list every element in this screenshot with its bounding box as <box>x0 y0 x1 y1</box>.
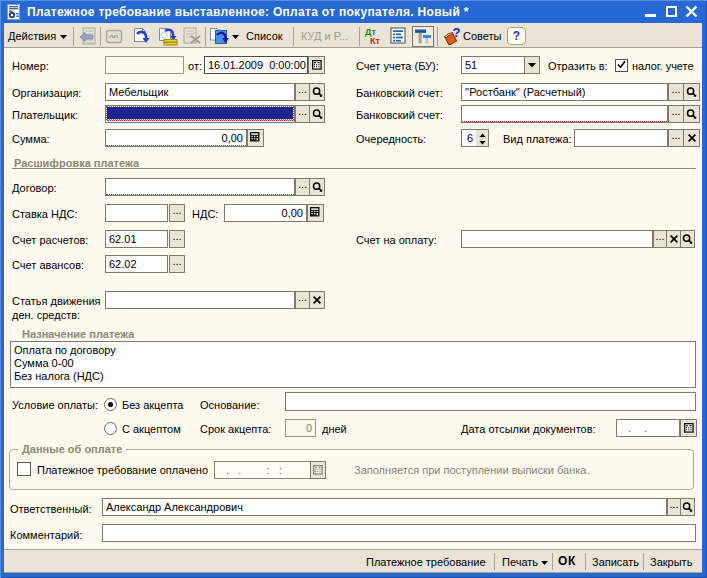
svg-text:?: ? <box>453 25 461 40</box>
svg-text:Кт: Кт <box>370 36 380 46</box>
